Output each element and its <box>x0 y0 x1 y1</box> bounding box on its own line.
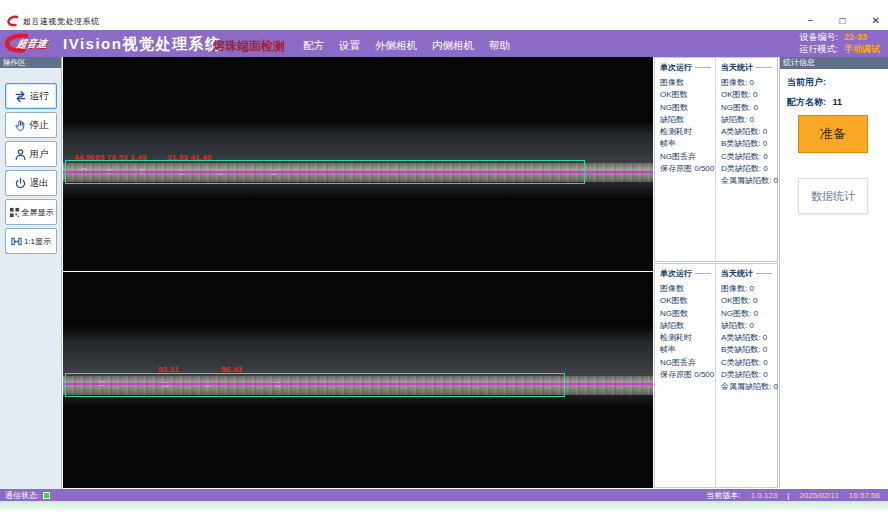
stat-row: OK图数: 0 <box>721 295 777 307</box>
stat-row: 金属屑缺陷数: 0 <box>721 381 777 393</box>
separator: | <box>787 491 789 500</box>
single-run-title: 单次运行 <box>660 268 715 279</box>
today-column: 当天统计 图像数: 0 OK图数: 0 NG图数: 0 缺陷数: 0 A类缺陷数… <box>715 58 777 261</box>
hand-stop-icon <box>14 119 27 132</box>
stats-panel-bottom: 单次运行 图像数 OK图数 NG图数 缺陷数 检测耗时 帧率 NG图丢弃 保存原… <box>654 263 778 488</box>
stat-row: NG图数: 0 <box>721 308 777 320</box>
measurement-annotation: 56.43 <box>221 365 242 374</box>
menu-item-recipe[interactable]: 配方 <box>303 39 324 53</box>
stat-row: 图像数 <box>660 77 715 89</box>
today-column: 当天统计 图像数: 0 OK图数: 0 NG图数: 0 缺陷数: 0 A类缺陷数… <box>715 264 777 487</box>
stat-row: B类缺陷数: 0 <box>721 344 777 356</box>
stat-row: A类缺陷数: 0 <box>721 332 777 344</box>
single-run-column: 单次运行 图像数 OK图数 NG图数 缺陷数 检测耗时 帧率 NG图丢弃 保存原… <box>655 58 715 261</box>
main-menu: 配方 设置 外侧相机 内侧相机 帮助 <box>303 39 510 53</box>
recipe-name-value: 11 <box>833 97 843 107</box>
stop-button-label: 停止 <box>30 119 49 132</box>
stat-row: 缺陷数 <box>660 320 715 332</box>
stat-row: NG图丢弃 <box>660 151 715 163</box>
stat-row: NG图数: 0 <box>721 102 777 114</box>
stat-row: NG图丢弃 <box>660 357 715 369</box>
stat-row: 缺陷数: 0 <box>721 320 777 332</box>
stat-row: A类缺陷数: 0 <box>721 126 777 138</box>
stat-row: B类缺陷数: 0 <box>721 138 777 150</box>
comm-status-label: 通信状态: <box>5 490 39 501</box>
stat-row: 检测耗时 <box>660 332 715 344</box>
recipe-name-label: 配方名称: <box>787 97 826 107</box>
stat-row: 帧率 <box>660 344 715 356</box>
fullscreen-button-label: 全屏显示 <box>22 207 54 218</box>
prepare-button[interactable]: 准备 <box>798 115 868 153</box>
stat-row: 图像数: 0 <box>721 283 777 295</box>
power-icon <box>14 177 27 190</box>
user-button[interactable]: 用户 <box>5 141 57 167</box>
detection-roi-box <box>65 160 585 184</box>
run-button[interactable]: 运行 <box>5 83 57 109</box>
stop-button[interactable]: 停止 <box>5 112 57 138</box>
desktop-strip <box>0 501 888 510</box>
stat-row: 图像数: 0 <box>721 77 777 89</box>
one-to-one-button[interactable]: 1:1显示 <box>5 228 57 254</box>
device-id-value: 22-33 <box>844 32 880 43</box>
detection-roi-box <box>65 373 565 397</box>
fullscreen-grid-icon <box>9 207 20 218</box>
app-header: 超音速 IVision视觉处理系统 熔珠端面检测 配方 设置 外侧相机 内侧相机… <box>0 30 888 57</box>
run-mode-label: 运行模式: <box>799 44 838 55</box>
stat-row: 缺陷数: 0 <box>721 114 777 126</box>
device-id-label: 设备编号: <box>799 32 838 43</box>
stat-row: 图像数 <box>660 283 715 295</box>
stat-row: C类缺陷数: 0 <box>721 357 777 369</box>
stat-row: 缺陷数 <box>660 114 715 126</box>
status-bar: 通信状态: 当前版本: 1.0.123 | 2025/02/11 16:57:5… <box>0 489 888 501</box>
os-titlebar: 超音速视觉处理系统 − □ ✕ <box>0 12 888 30</box>
operation-sidebar: 操作区 运行 停止 用户 退出 <box>0 57 62 489</box>
stat-row: C类缺陷数: 0 <box>721 151 777 163</box>
measurement-annotation: 31.53 41.49 <box>167 153 211 162</box>
run-button-label: 运行 <box>30 90 49 103</box>
device-info: 设备编号: 22-33 运行模式: 手动调试 <box>799 32 880 55</box>
comm-status: 通信状态: <box>5 490 50 500</box>
version-value: 1.0.123 <box>751 491 778 500</box>
stat-row: NG图数 <box>660 102 715 114</box>
exit-button[interactable]: 退出 <box>5 170 57 196</box>
version-area: 当前版本: 1.0.123 | 2025/02/11 16:57:56 <box>706 490 880 500</box>
one-to-one-button-label: 1:1显示 <box>24 236 51 247</box>
window-title: 超音速视觉处理系统 <box>23 16 100 27</box>
close-button[interactable]: ✕ <box>872 15 880 27</box>
stat-row: OK图数 <box>660 295 715 307</box>
inner-camera-viewport[interactable]: 53.11 56.43 <box>63 272 653 488</box>
measurement-annotation: 44.9685 79.53 1.49 <box>74 153 147 162</box>
stat-row: 金属屑缺陷数: 0 <box>721 175 777 187</box>
stat-row: D类缺陷数: 0 <box>721 369 777 381</box>
fullscreen-button[interactable]: 全屏显示 <box>5 199 57 225</box>
run-arrows-icon <box>14 90 27 103</box>
stat-row: 帧率 <box>660 138 715 150</box>
outer-camera-viewport[interactable]: 44.9685 79.53 1.49 31.53 41.49 <box>63 57 653 271</box>
stats-panel-top: 单次运行 图像数 OK图数 NG图数 缺陷数 检测耗时 帧率 NG图丢弃 保存原… <box>654 57 778 262</box>
one-to-one-icon <box>11 236 22 247</box>
current-user-label: 当前用户: <box>787 77 826 87</box>
recipe-name-row: 配方名称: 11 <box>787 96 888 109</box>
maximize-button[interactable]: □ <box>840 15 846 27</box>
user-icon <box>14 148 27 161</box>
brand-name: 超音速 <box>16 37 48 51</box>
menu-item-help[interactable]: 帮助 <box>489 39 510 53</box>
statistics-info-title: 统计信息 <box>780 57 888 69</box>
app-title: IVision视觉处理系统 <box>63 35 221 54</box>
menu-item-settings[interactable]: 设置 <box>339 39 360 53</box>
menu-item-outer-camera[interactable]: 外侧相机 <box>375 39 417 53</box>
single-run-column: 单次运行 图像数 OK图数 NG图数 缺陷数 检测耗时 帧率 NG图丢弃 保存原… <box>655 264 715 487</box>
data-statistics-button[interactable]: 数据统计 <box>798 178 868 214</box>
minimize-button[interactable]: − <box>808 15 814 27</box>
window-controls: − □ ✕ <box>808 15 880 27</box>
stat-row: D类缺陷数: 0 <box>721 163 777 175</box>
menu-item-inner-camera[interactable]: 内侧相机 <box>432 39 474 53</box>
sidebar-title: 操作区 <box>0 57 61 68</box>
app-subtitle: 熔珠端面检测 <box>213 38 285 55</box>
stat-row: NG图数 <box>660 308 715 320</box>
exit-button-label: 退出 <box>30 177 49 190</box>
today-title: 当天统计 <box>721 268 777 279</box>
measurement-annotation: 53.11 <box>158 365 179 374</box>
stat-row: 保存原图 0/500 <box>660 369 715 381</box>
stat-row: 检测耗时 <box>660 126 715 138</box>
